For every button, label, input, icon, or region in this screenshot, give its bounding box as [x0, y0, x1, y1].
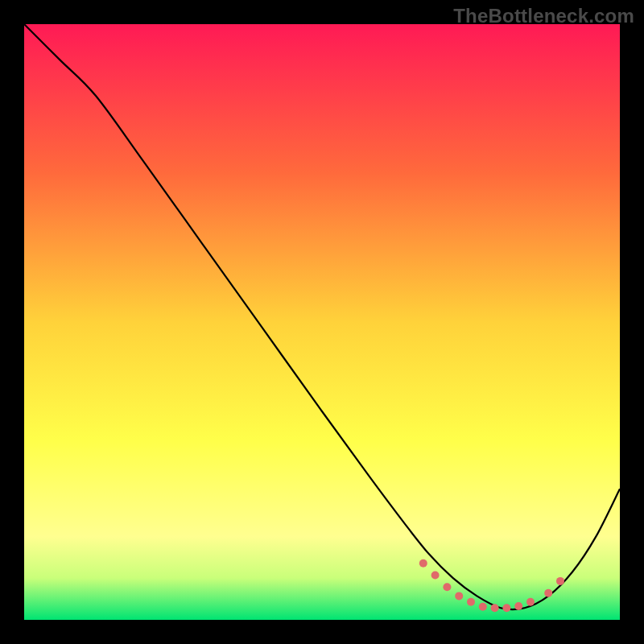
chart-svg [24, 24, 620, 620]
sweet-spot-marker [514, 602, 522, 610]
sweet-spot-marker [455, 592, 463, 600]
sweet-spot-marker [419, 559, 427, 568]
sweet-spot-marker [526, 598, 535, 606]
sweet-spot-marker [556, 577, 564, 585]
sweet-spot-marker [479, 603, 487, 611]
chart-plot-area [24, 24, 620, 620]
sweet-spot-marker [544, 589, 552, 597]
watermark-text: TheBottleneck.com [453, 5, 634, 27]
sweet-spot-marker [502, 604, 510, 612]
chart-background [24, 24, 620, 620]
chart-frame: TheBottleneck.com [0, 0, 644, 644]
sweet-spot-marker [431, 572, 440, 580]
sweet-spot-marker [443, 583, 451, 591]
sweet-spot-marker [467, 598, 475, 606]
sweet-spot-marker [491, 604, 499, 612]
